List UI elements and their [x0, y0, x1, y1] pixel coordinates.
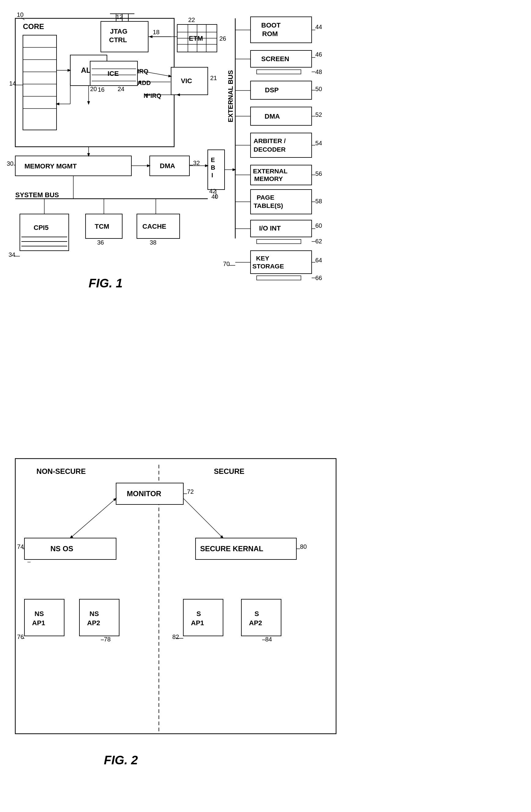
svg-text:56: 56 — [315, 170, 322, 177]
svg-rect-79 — [251, 107, 312, 125]
svg-text:12: 12 — [116, 13, 123, 20]
svg-text:EXTERNAL: EXTERNAL — [253, 168, 287, 175]
svg-rect-110 — [257, 276, 301, 280]
svg-rect-75 — [251, 81, 312, 99]
svg-text:54: 54 — [315, 140, 322, 146]
svg-text:84: 84 — [265, 636, 272, 643]
svg-text:N*IRQ: N*IRQ — [144, 92, 161, 99]
svg-text:38: 38 — [150, 239, 157, 246]
svg-rect-187 — [79, 599, 119, 636]
svg-text:20: 20 — [90, 86, 97, 92]
svg-text:B: B — [211, 164, 215, 171]
svg-text:DMA: DMA — [265, 113, 280, 120]
svg-text:SECURE KERNAL: SECURE KERNAL — [200, 545, 263, 553]
svg-text:24: 24 — [118, 86, 124, 92]
svg-rect-72 — [257, 70, 301, 74]
svg-text:_: _ — [27, 556, 31, 563]
svg-text:50: 50 — [315, 86, 322, 92]
svg-text:NON-SECURE: NON-SECURE — [36, 467, 86, 475]
svg-text:SECURE: SECURE — [214, 467, 245, 475]
svg-text:82: 82 — [172, 634, 179, 640]
svg-rect-83 — [251, 133, 312, 157]
svg-rect-134 — [208, 150, 224, 190]
svg-text:AP1: AP1 — [191, 619, 204, 627]
svg-text:PAGE: PAGE — [257, 194, 274, 201]
svg-text:CACHE: CACHE — [142, 222, 166, 230]
svg-text:MEMORY: MEMORY — [254, 175, 283, 182]
svg-text:KEY: KEY — [256, 255, 269, 262]
svg-text:10: 10 — [17, 11, 24, 18]
svg-text:VIC: VIC — [181, 77, 192, 85]
svg-text:36: 36 — [97, 239, 104, 246]
svg-text:60: 60 — [315, 222, 322, 229]
svg-text:FIG. 1: FIG. 1 — [89, 276, 122, 290]
svg-text:CPI5: CPI5 — [34, 224, 48, 231]
svg-text:DMA: DMA — [160, 162, 175, 170]
svg-text:DECODER: DECODER — [254, 146, 286, 153]
diagram-container: CORE 10 14 ALU 16 JTAG CTRL 12 — [0, 0, 531, 812]
svg-text:58: 58 — [315, 198, 322, 204]
svg-rect-182 — [25, 599, 64, 636]
svg-text:DSP: DSP — [265, 86, 279, 94]
svg-text:78: 78 — [104, 636, 110, 643]
svg-rect-93 — [251, 190, 312, 214]
svg-text:NS: NS — [89, 610, 99, 618]
svg-text:46: 46 — [315, 51, 322, 58]
svg-text:ROM: ROM — [262, 30, 278, 38]
svg-text:AP1: AP1 — [32, 619, 45, 627]
svg-text:CTRL: CTRL — [109, 36, 127, 44]
svg-text:I: I — [211, 172, 213, 178]
svg-text:70: 70 — [223, 260, 230, 267]
svg-text:18: 18 — [153, 29, 160, 35]
svg-text:22: 22 — [188, 16, 195, 23]
svg-text:ARBITER /: ARBITER / — [254, 137, 286, 144]
svg-text:34: 34 — [9, 251, 15, 258]
svg-text:MONITOR: MONITOR — [127, 490, 161, 498]
svg-text:EXTERNAL BUS: EXTERNAL BUS — [227, 70, 234, 122]
svg-text:SCREEN: SCREEN — [261, 55, 289, 63]
svg-text:26: 26 — [219, 35, 226, 42]
svg-text:JTAG: JTAG — [110, 28, 128, 35]
svg-text:STORAGE: STORAGE — [252, 263, 284, 270]
svg-text:14: 14 — [9, 80, 16, 87]
svg-text:TABLE(S): TABLE(S) — [254, 202, 283, 209]
svg-rect-63 — [251, 17, 312, 43]
svg-text:ICE: ICE — [107, 70, 119, 77]
svg-text:CORE: CORE — [23, 22, 44, 31]
svg-text:30: 30 — [7, 160, 13, 167]
svg-text:44: 44 — [315, 24, 322, 30]
svg-text:NS OS: NS OS — [50, 545, 73, 553]
svg-text:40: 40 — [211, 193, 218, 200]
svg-text:S: S — [196, 610, 201, 618]
svg-text:80: 80 — [300, 543, 307, 550]
svg-text:MEMORY MGMT: MEMORY MGMT — [25, 162, 77, 170]
svg-text:32: 32 — [193, 160, 200, 166]
svg-text:64: 64 — [315, 257, 322, 263]
svg-text:66: 66 — [315, 275, 322, 281]
svg-text:E: E — [211, 157, 215, 163]
svg-rect-4 — [23, 35, 57, 130]
svg-text:76: 76 — [17, 634, 24, 640]
svg-text:TCM: TCM — [95, 222, 109, 230]
svg-text:S: S — [254, 610, 259, 618]
svg-text:AP2: AP2 — [249, 619, 262, 627]
svg-text:62: 62 — [315, 238, 322, 245]
svg-text:48: 48 — [315, 69, 322, 75]
svg-rect-192 — [183, 599, 223, 636]
svg-text:SYSTEM BUS: SYSTEM BUS — [15, 191, 59, 199]
svg-rect-197 — [241, 599, 281, 636]
svg-rect-105 — [251, 251, 312, 274]
svg-text:72: 72 — [187, 488, 194, 495]
svg-rect-102 — [257, 240, 301, 244]
svg-text:BOOT: BOOT — [261, 21, 281, 29]
svg-rect-147 — [20, 214, 69, 251]
svg-text:AP2: AP2 — [87, 619, 100, 627]
svg-text:16: 16 — [98, 86, 104, 93]
svg-text:FIG. 2: FIG. 2 — [104, 753, 138, 767]
svg-text:I/O INT: I/O INT — [259, 224, 281, 232]
svg-text:52: 52 — [315, 111, 322, 118]
svg-text:NS: NS — [34, 610, 44, 618]
svg-text:ADD: ADD — [137, 79, 151, 86]
svg-text:21: 21 — [210, 75, 217, 81]
